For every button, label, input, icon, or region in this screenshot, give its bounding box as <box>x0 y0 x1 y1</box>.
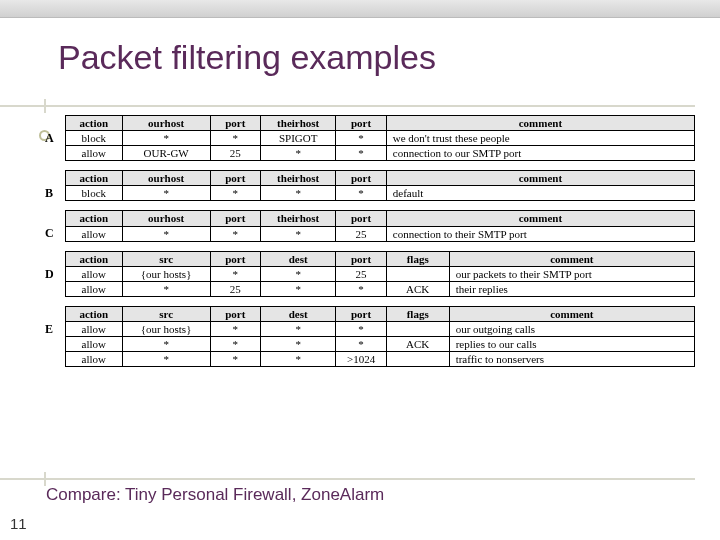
table-group-B: B action ourhost port theirhost port com… <box>65 170 695 201</box>
table-header-row: action ourhost port theirhost port comme… <box>66 171 695 186</box>
table-group-D: D action src port dest port flags commen… <box>65 251 695 297</box>
table-row: allow * * * * ACK replies to our calls <box>66 337 695 352</box>
th: comment <box>386 116 694 131</box>
table-row: block * * * * default <box>66 186 695 201</box>
table-E: action src port dest port flags comment … <box>65 306 695 367</box>
footer-divider <box>0 478 695 480</box>
table-A: action ourhost port theirhost port comme… <box>65 115 695 161</box>
title-area: Packet filtering examples <box>0 18 720 107</box>
table-label-B: B <box>45 186 53 201</box>
divider-tick <box>44 99 46 113</box>
table-row: allow {our hosts} * * 25 our packets to … <box>66 266 695 281</box>
table-row: allow * 25 * * ACK their replies <box>66 281 695 296</box>
table-header-row: action src port dest port flags comment <box>66 251 695 266</box>
th: ourhost <box>122 116 210 131</box>
table-row: allow OUR-GW 25 * * connection to our SM… <box>66 146 695 161</box>
slide-title: Packet filtering examples <box>58 38 720 77</box>
table-label-C: C <box>45 226 54 241</box>
table-group-E: E action src port dest port flags commen… <box>65 306 695 367</box>
table-row: allow {our hosts} * * * our outgoing cal… <box>66 322 695 337</box>
table-group-A: A action ourhost port theirhost port com… <box>65 115 695 161</box>
window-topbar <box>0 0 720 18</box>
table-B: action ourhost port theirhost port comme… <box>65 170 695 201</box>
table-row: allow * * * 25 connection to their SMTP … <box>66 226 695 241</box>
th: action <box>66 116 123 131</box>
divider-line <box>0 105 695 107</box>
table-label-A: A <box>45 131 54 146</box>
th: port <box>336 116 386 131</box>
footnote: Compare: Tiny Personal Firewall, ZoneAla… <box>46 485 384 505</box>
table-D: action src port dest port flags comment … <box>65 251 695 297</box>
footer-tick <box>44 472 46 486</box>
table-C: action ourhost port theirhost port comme… <box>65 210 695 241</box>
page-number: 11 <box>10 515 27 532</box>
table-row: block * * SPIGOT * we don't trust these … <box>66 131 695 146</box>
table-header-row: action src port dest port flags comment <box>66 306 695 321</box>
th: port <box>210 116 260 131</box>
table-label-D: D <box>45 267 54 282</box>
table-header-row: action ourhost port theirhost port comme… <box>66 116 695 131</box>
th: theirhost <box>260 116 335 131</box>
table-row: allow * * * >1024 traffic to nonservers <box>66 352 695 367</box>
table-group-C: C action ourhost port theirhost port com… <box>65 210 695 241</box>
tables-container: A action ourhost port theirhost port com… <box>0 107 720 367</box>
table-header-row: action ourhost port theirhost port comme… <box>66 211 695 226</box>
table-label-E: E <box>45 322 53 337</box>
